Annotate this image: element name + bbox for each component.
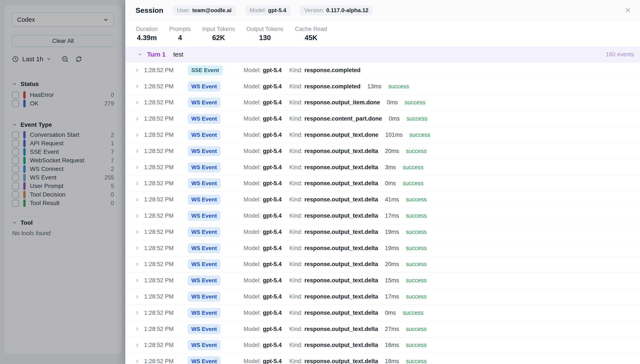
chevron-right-icon[interactable] xyxy=(135,229,140,234)
chevron-right-icon[interactable] xyxy=(135,100,140,105)
chevron-right-icon[interactable] xyxy=(135,278,140,283)
event-row[interactable]: 1:28:52 PMWS EventModel:gpt-5.4Kind:resp… xyxy=(125,240,640,256)
kind-value: response.output_text.delta xyxy=(304,229,378,235)
chevron-right-icon[interactable] xyxy=(135,246,140,251)
meta-value: 0.117.0-alpha.12 xyxy=(326,7,368,14)
event-row[interactable]: 1:28:52 PMWS EventModel:gpt-5.4Kind:resp… xyxy=(125,95,640,111)
turn-title: test xyxy=(173,51,183,58)
chevron-right-icon[interactable] xyxy=(135,116,140,122)
meta-chip: User:team@oodle.ai xyxy=(173,5,236,15)
panel-title: Session xyxy=(136,6,163,14)
model-label: Model: xyxy=(244,99,261,106)
event-duration: 27ms xyxy=(385,326,399,332)
event-row[interactable]: 1:28:52 PMWS EventModel:gpt-5.4Kind:resp… xyxy=(125,272,640,289)
event-time: 1:28:52 PM xyxy=(144,261,176,268)
event-type-badge: WS Event xyxy=(188,162,221,172)
chevron-right-icon[interactable] xyxy=(135,132,140,138)
event-row[interactable]: 1:28:52 PMWS EventModel:gpt-5.4Kind:resp… xyxy=(125,337,640,354)
modal-dim-overlay[interactable] xyxy=(0,0,125,364)
close-button[interactable] xyxy=(623,5,633,15)
event-duration: 19ms xyxy=(385,245,399,252)
event-status: success xyxy=(406,358,427,364)
chevron-right-icon[interactable] xyxy=(135,294,140,299)
chevron-right-icon[interactable] xyxy=(135,359,140,364)
session-meta: User:team@oodle.aiModel:gpt-5.4Version:0… xyxy=(173,5,373,15)
chevron-right-icon[interactable] xyxy=(135,326,140,332)
event-row[interactable]: 1:28:52 PMSSE EventModel:gpt-5.4Kind:res… xyxy=(125,62,640,78)
kind-label: Kind: xyxy=(289,148,303,154)
kind-value: response.output_text.delta xyxy=(304,310,378,316)
event-row[interactable]: 1:28:52 PMWS EventModel:gpt-5.4Kind:resp… xyxy=(125,224,640,240)
event-duration: 18ms xyxy=(385,358,399,364)
meta-label: User: xyxy=(177,7,190,14)
event-row[interactable]: 1:28:52 PMWS EventModel:gpt-5.4Kind:resp… xyxy=(125,143,640,160)
model-label: Model: xyxy=(244,261,261,268)
kind-value: response.output_text.delta xyxy=(304,342,378,348)
kind-label: Kind: xyxy=(289,67,303,74)
chevron-right-icon[interactable] xyxy=(135,310,140,315)
model-label: Model: xyxy=(244,326,261,332)
event-time: 1:28:52 PM xyxy=(144,116,176,122)
chevron-right-icon[interactable] xyxy=(135,84,140,89)
chevron-right-icon[interactable] xyxy=(135,68,140,73)
event-row[interactable]: 1:28:52 PMWS EventModel:gpt-5.4Kind:resp… xyxy=(125,353,640,364)
meta-label: Version: xyxy=(304,7,324,14)
session-header: Session User:team@oodle.aiModel:gpt-5.4V… xyxy=(125,0,640,21)
model-value: gpt-5.4 xyxy=(263,294,282,300)
event-status: success xyxy=(406,261,427,268)
kind-value: response.output_text.delta xyxy=(304,245,378,252)
event-row[interactable]: 1:28:52 PMWS EventModel:gpt-5.4Kind:resp… xyxy=(125,78,640,95)
event-status: success xyxy=(403,310,423,316)
chevron-right-icon[interactable] xyxy=(135,165,140,170)
chevron-right-icon[interactable] xyxy=(135,197,140,202)
event-row[interactable]: 1:28:52 PMWS EventModel:gpt-5.4Kind:resp… xyxy=(125,127,640,143)
event-status: success xyxy=(406,148,427,154)
event-row[interactable]: 1:28:52 PMWS EventModel:gpt-5.4Kind:resp… xyxy=(125,256,640,273)
event-time: 1:28:52 PM xyxy=(144,245,176,252)
event-type-badge: WS Event xyxy=(188,292,221,302)
event-time: 1:28:52 PM xyxy=(144,132,176,138)
event-duration: 0ms xyxy=(385,180,396,187)
event-status: success xyxy=(403,164,423,171)
event-type-badge: WS Event xyxy=(188,114,221,124)
event-row[interactable]: 1:28:52 PMWS EventModel:gpt-5.4Kind:resp… xyxy=(125,208,640,224)
model-label: Model: xyxy=(244,196,261,203)
event-row[interactable]: 1:28:52 PMWS EventModel:gpt-5.4Kind:resp… xyxy=(125,111,640,127)
event-row[interactable]: 1:28:52 PMWS EventModel:gpt-5.4Kind:resp… xyxy=(125,192,640,208)
chevron-right-icon[interactable] xyxy=(135,343,140,348)
event-row[interactable]: 1:28:52 PMWS EventModel:gpt-5.4Kind:resp… xyxy=(125,160,640,176)
chevron-right-icon[interactable] xyxy=(135,262,140,267)
model-value: gpt-5.4 xyxy=(263,132,282,138)
kind-label: Kind: xyxy=(289,358,303,364)
kind-label: Kind: xyxy=(289,342,303,348)
chevron-right-icon[interactable] xyxy=(135,213,140,218)
event-duration: 101ms xyxy=(385,132,403,138)
kind-label: Kind: xyxy=(289,196,303,203)
event-status: success xyxy=(406,342,427,348)
model-label: Model: xyxy=(244,132,261,138)
event-time: 1:28:52 PM xyxy=(144,310,176,316)
turn-row[interactable]: Turn 1 test 160 events xyxy=(125,47,640,62)
chevron-down-icon xyxy=(137,52,143,57)
event-status: success xyxy=(406,212,427,219)
event-row[interactable]: 1:28:52 PMWS EventModel:gpt-5.4Kind:resp… xyxy=(125,289,640,305)
app: Codex Clear All Last 1h Status HasError0… xyxy=(0,0,640,364)
model-value: gpt-5.4 xyxy=(263,83,282,90)
stat-block: Cache Read45K xyxy=(295,26,327,42)
event-time: 1:28:52 PM xyxy=(144,99,176,106)
event-status: success xyxy=(406,277,427,284)
event-row[interactable]: 1:28:52 PMWS EventModel:gpt-5.4Kind:resp… xyxy=(125,176,640,192)
model-label: Model: xyxy=(244,83,261,90)
stat-label: Output Tokens xyxy=(246,26,284,32)
event-row[interactable]: 1:28:52 PMWS EventModel:gpt-5.4Kind:resp… xyxy=(125,305,640,321)
model-value: gpt-5.4 xyxy=(263,99,282,106)
model-value: gpt-5.4 xyxy=(263,116,282,122)
chevron-right-icon[interactable] xyxy=(135,148,140,154)
chevron-right-icon[interactable] xyxy=(135,181,140,186)
event-duration: 3ms xyxy=(385,164,396,171)
kind-value: response.output_text.delta xyxy=(304,180,378,187)
kind-label: Kind: xyxy=(289,294,303,300)
kind-label: Kind: xyxy=(289,261,303,268)
event-row[interactable]: 1:28:52 PMWS EventModel:gpt-5.4Kind:resp… xyxy=(125,321,640,337)
kind-value: response.output_text.delta xyxy=(304,164,378,171)
